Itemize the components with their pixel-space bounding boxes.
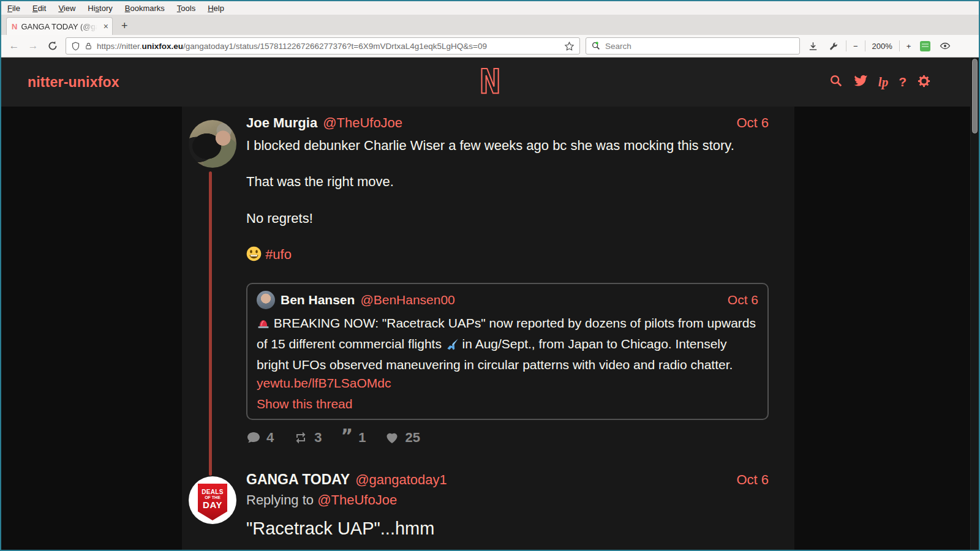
settings-gear-icon[interactable]	[917, 74, 931, 91]
menu-bookmarks[interactable]: Bookmarks	[125, 4, 165, 13]
hamburger-menu-icon[interactable]	[958, 39, 968, 53]
tweet-text: That was the right move.	[246, 173, 769, 191]
nitter-logo[interactable]: N	[480, 61, 500, 101]
tab-title: GANGA TODAY (@gangat	[21, 22, 99, 31]
quote-mark-icon: ”	[341, 430, 353, 445]
quote-date[interactable]: Oct 6	[728, 293, 758, 307]
toolbar-separator	[899, 40, 900, 51]
menu-help[interactable]: Help	[208, 4, 224, 13]
quote-text: BREAKING NOW: "Racetrack UAPs" now repor…	[257, 314, 758, 392]
retweets-stat[interactable]: 3	[293, 430, 322, 446]
menu-edit[interactable]: Edit	[32, 4, 46, 13]
new-tab-button[interactable]: +	[121, 20, 128, 32]
tweet-date[interactable]: Oct 6	[736, 115, 769, 131]
liberapay-icon[interactable]: lp	[878, 75, 888, 90]
tab-bar: N GANGA TODAY (@gangat × +	[1, 15, 979, 35]
forward-button[interactable]: →	[26, 40, 40, 52]
search-icon[interactable]	[829, 74, 843, 90]
conversation-timeline: Joe Murgia @TheUfoJoe Oct 6 I blocked de…	[182, 107, 794, 550]
wrench-icon[interactable]	[826, 39, 840, 53]
tweet-text: #ufo	[246, 246, 769, 266]
police-light-emoji-icon	[257, 317, 270, 335]
nitter-favicon-icon: N	[12, 22, 17, 31]
menu-view[interactable]: View	[58, 4, 75, 13]
quotes-stat[interactable]: ” 1	[341, 430, 366, 446]
tweet-stats: 4 3 ” 1 25	[246, 430, 769, 446]
avatar	[257, 291, 275, 309]
tab-close-icon[interactable]: ×	[104, 21, 108, 31]
avatar[interactable]: DEALS OF THE DAY	[189, 476, 236, 524]
reload-button[interactable]	[45, 39, 60, 53]
likes-stat[interactable]: 25	[385, 430, 420, 446]
navigation-toolbar: ← → https://nitter.unixfox.eu/gangatoday…	[1, 35, 979, 58]
page-viewport: nitter-unixfox N lp ?	[1, 58, 979, 550]
about-icon[interactable]: ?	[899, 75, 907, 89]
url-text[interactable]: https://nitter.unixfox.eu/gangatoday1/st…	[97, 42, 560, 51]
tweet-author-handle[interactable]: @gangatoday1	[355, 472, 447, 488]
quote-author-handle[interactable]: @BenHansen00	[360, 293, 454, 307]
twitter-icon[interactable]	[853, 73, 868, 91]
menu-bar: File Edit View History Bookmarks Tools H…	[1, 1, 979, 15]
toolbar-separator	[865, 40, 865, 51]
zoom-level[interactable]: 200%	[871, 42, 894, 51]
scrollbar-thumb[interactable]	[972, 59, 978, 133]
heart-icon	[385, 430, 399, 445]
replying-to: Replying to @TheUfoJoe	[246, 492, 769, 508]
quoted-tweet[interactable]: Ben Hansen @BenHansen00 Oct 6 BREAKING N…	[246, 283, 769, 419]
replying-to-link[interactable]: @TheUfoJoe	[317, 492, 397, 508]
active-tab[interactable]: N GANGA TODAY (@gangat ×	[6, 17, 113, 35]
tweet-text: I blocked debunker Charlie Wiser a few w…	[246, 137, 769, 155]
extension-icon[interactable]	[918, 39, 932, 53]
comment-icon	[246, 430, 261, 445]
tweet-author-name[interactable]: Joe Murgia	[246, 115, 317, 131]
tweet: Joe Murgia @TheUfoJoe Oct 6 I blocked de…	[246, 115, 769, 446]
main-tweet: GANGA TODAY @gangatoday1 Oct 6 Replying …	[246, 471, 769, 541]
grinning-face-emoji-icon	[246, 246, 262, 266]
download-icon[interactable]	[805, 39, 820, 53]
main-tweet-text: "Racetrack UAP"...hmm	[246, 517, 769, 541]
show-thread-link[interactable]: Show this thread	[257, 397, 758, 411]
tweet-author-handle[interactable]: @TheUfoJoe	[323, 115, 402, 131]
lock-icon	[85, 42, 92, 51]
tweet-author-name[interactable]: GANGA TODAY	[246, 471, 350, 488]
bookmark-star-icon[interactable]	[564, 41, 575, 51]
toolbar-separator	[846, 40, 846, 51]
page-scrollbar[interactable]	[970, 58, 979, 550]
comments-stat[interactable]: 4	[246, 430, 274, 446]
menu-file[interactable]: File	[7, 4, 20, 13]
avatar[interactable]	[189, 120, 236, 168]
nitter-brand-link[interactable]: nitter-unixfox	[28, 74, 119, 91]
search-placeholder[interactable]: Search	[605, 42, 631, 51]
search-engine-icon[interactable]	[591, 41, 601, 51]
quote-link[interactable]: yewtu.be/lfB7LSaOMdc	[257, 376, 391, 390]
quote-author-name[interactable]: Ben Hansen	[281, 293, 355, 307]
tracking-shield-icon[interactable]	[71, 42, 80, 51]
nitter-header: nitter-unixfox N lp ?	[1, 58, 979, 107]
back-button[interactable]: ←	[7, 40, 21, 52]
airplane-emoji-icon	[445, 337, 459, 356]
thread-connector-line	[209, 171, 212, 476]
menu-tools[interactable]: Tools	[177, 4, 195, 13]
zoom-in-button[interactable]: +	[905, 42, 913, 51]
search-bar[interactable]: Search	[586, 37, 800, 54]
browser-window: File Edit View History Bookmarks Tools H…	[0, 0, 980, 551]
tweet-date[interactable]: Oct 6	[736, 472, 769, 488]
zoom-out-button[interactable]: −	[852, 42, 859, 51]
url-bar[interactable]: https://nitter.unixfox.eu/gangatoday1/st…	[66, 37, 580, 54]
deals-badge: DEALS OF THE DAY	[198, 484, 227, 520]
menu-history[interactable]: History	[88, 4, 112, 13]
tweet-text: No regrets!	[246, 209, 769, 228]
hashtag-link[interactable]: #ufo	[265, 247, 292, 262]
retweet-icon	[293, 430, 309, 445]
reader-eye-icon[interactable]	[938, 39, 952, 53]
